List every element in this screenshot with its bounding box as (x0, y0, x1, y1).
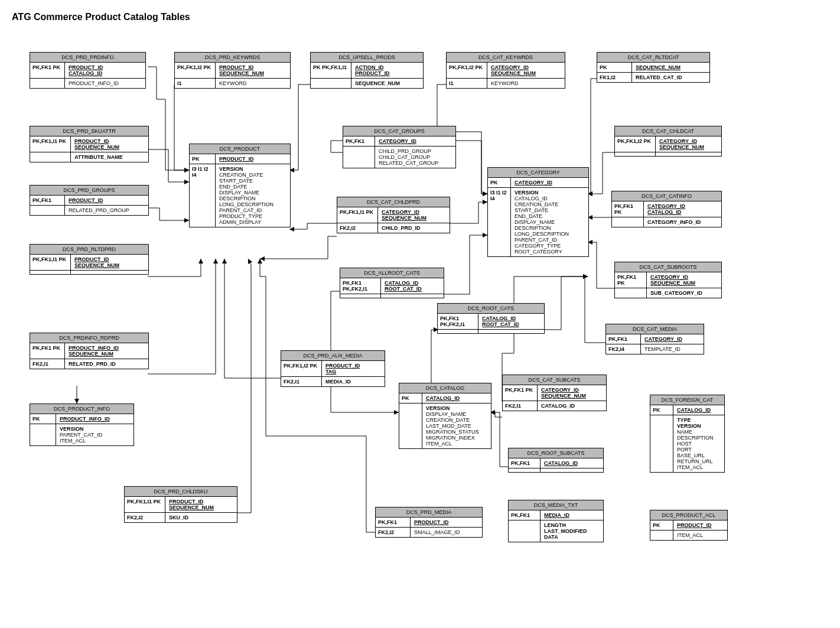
table-row: PKPRODUCT_INFO_ID (30, 414, 134, 424)
table-row: SUB_CATEGORY_ID (615, 288, 721, 298)
value-column: PRODUCT_INFO_ID SEQUENCE_NUM (65, 343, 148, 359)
key-column: PK,FK1,I1 PK (30, 136, 71, 152)
table-row: PK,FK1,I2 PKCATEGORY_ID SEQUENCE_NUM (615, 136, 721, 152)
value-column: CATEGORY_ID SEQUENCE_NUM (378, 207, 450, 223)
table-dcs_prd_skuattr: DCS_PRD_SKUATTRPK,FK1,I1 PKPRODUCT_ID SE… (30, 126, 149, 162)
table-header: DCS_PRDINFO_RDPRD (30, 333, 148, 343)
value-column: MEDIA_ID (322, 377, 385, 386)
table-row: PKPRODUCT_ID (190, 154, 290, 164)
table-dcs_prd_rltdprd: DCS_PRD_RLTDPRDPK,FK1,I1 PKPRODUCT_ID SE… (30, 244, 149, 275)
value-column: PRODUCT_ID (65, 196, 148, 205)
value-column: CATEGORY_ID SEQUENCE_NUM (647, 272, 721, 288)
table-header: DCS_CAT_MEDIA (606, 324, 704, 334)
key-column: FK2,I1 (503, 401, 538, 411)
table-header: DCS_CAT_RLTDCAT (597, 53, 709, 63)
table-row: I3 I1 I2 I4VERSION CATALOG_ID CREATION_D… (488, 188, 588, 256)
value-column: CATEGORY_ID SEQUENCE_NUM (538, 385, 606, 401)
table-dcs_prd_aux_media: DCS_PRD_AUX_MEDIAPK,FK1,I2 PKPRODUCT_ID … (281, 350, 385, 387)
key-column: PK,FK1 (343, 136, 375, 146)
key-column: PK,FK1,I2 PK (447, 63, 487, 78)
value-column: CHILD_PRD_ID (378, 223, 450, 233)
key-column: PK (488, 178, 511, 187)
key-column: FK2,I2 (337, 223, 378, 233)
value-column: ITEM_ACL (673, 531, 727, 540)
table-dcs_cat_chldprd: DCS_CAT_CHLDPRDPK,FK1,I1 PKCATEGORY_ID S… (337, 197, 450, 233)
key-column: I3 I1 I2 I4 (190, 164, 216, 227)
key-column (311, 79, 351, 88)
table-dcs_cat_keywrds: DCS_CAT_KEYWRDSPK,FK1,I2 PKCATEGORY_ID S… (446, 52, 565, 89)
table-header: DCS_PRODUCT (190, 144, 290, 154)
table-header: DCS_PRD_AUX_MEDIA (281, 351, 385, 361)
table-dcs_cat_chldcat: DCS_CAT_CHLDCATPK,FK1,I2 PKCATEGORY_ID S… (614, 126, 722, 157)
table-row: PK,FK1PRODUCT_ID (30, 196, 148, 206)
key-column: FK2,I1 (281, 377, 322, 386)
key-column: PK,FK1,I2 PK (175, 63, 216, 78)
table-dcs_cat_catinfo: DCS_CAT_CATINFOPK,FK1 PKCATEGORY_ID CATA… (611, 191, 722, 227)
table-dcs_category: DCS_CATEGORYPKCATEGORY_ID I3 I1 I2 I4VER… (487, 167, 589, 257)
table-row: PK,FK1CATEGORY_ID (606, 334, 704, 344)
table-row: PKSEQUENCE_NUM (597, 63, 709, 73)
table-row: FK2,I2SKU_ID (125, 513, 237, 522)
table-header: DCS_CAT_CHLDCAT (615, 126, 721, 136)
table-dcs_allroot_cats: DCS_ALLROOT_CATSPK,FK1 PK,FK2,I1CATALOG_… (340, 268, 444, 298)
table-dcs_product: DCS_PRODUCTPKPRODUCT_ID I3 I1 I2 I4VERSI… (189, 144, 291, 227)
key-column: PK,FK1 PK (30, 63, 65, 78)
key-column (30, 206, 65, 215)
value-column: CATEGORY_ID (641, 334, 704, 344)
table-row: FK2,I1CATALOG_ID (503, 401, 606, 411)
key-column: PK PK,FK1,I1 (311, 63, 351, 78)
key-column: I1 (175, 79, 216, 88)
table-row: PK,FK1,I2 PKPRODUCT_ID TAG (281, 361, 385, 377)
table-row: ITEM_ACL (650, 531, 727, 540)
table-dcs_root_subcats: DCS_ROOT_SUBCATSPK,FK1CATALOG_ID (508, 448, 604, 473)
table-header: DCS_PRD_PRDINFO (30, 53, 145, 63)
table-row: PK,FK1,I1 PKPRODUCT_ID SEQUENCE_NUM (125, 497, 237, 513)
value-column (656, 152, 721, 156)
value-column: RELATED_CAT_ID (632, 73, 709, 82)
table-row: PK,FK1,I1 PKPRODUCT_ID SEQUENCE_NUM (30, 136, 148, 152)
key-column (399, 404, 422, 448)
key-column: FK2,I2 (376, 528, 411, 537)
key-column: I1 (447, 79, 487, 88)
value-column: PRODUCT_ID SEQUENCE_NUM (216, 63, 290, 78)
value-column: PRODUCT_ID SEQUENCE_NUM (165, 497, 237, 512)
value-column: CATEGORY_ID (511, 178, 588, 187)
key-column: PK (30, 414, 56, 424)
table-row: RELATED_PRD_GROUP (30, 206, 148, 215)
table-row: PK,FK1,I1 PKPRODUCT_ID SEQUENCE_NUM (30, 255, 148, 271)
value-column: CATALOG_ID (422, 393, 491, 403)
table-row: FK2,I2CHILD_PRD_ID (337, 223, 450, 233)
value-column: VERSION CREATION_DATE START_DATE END_DAT… (216, 164, 290, 227)
key-column (30, 152, 71, 162)
table-dcs_prd_groups: DCS_PRD_GROUPSPK,FK1PRODUCT_IDRELATED_PR… (30, 185, 149, 216)
table-header: DCS_PRD_SKUATTR (30, 126, 148, 136)
value-column: PRODUCT_ID CATALOG_ID (65, 63, 145, 78)
table-header: DCS_ROOT_SUBCATS (509, 448, 603, 458)
table-row: FK2,I1MEDIA_ID (281, 377, 385, 386)
table-dcs_foreign_cat: DCS_FOREIGN_CATPKCATALOG_IDTYPE VERSION … (650, 395, 725, 473)
key-column (615, 152, 656, 156)
table-row: PK PK,FK1,I1ACTION_ID PRODUCT_ID (311, 63, 423, 79)
table-header: DCS_PRD_CHLDSKU (125, 487, 237, 497)
page-title: ATG Commerce Product Catalog Tables (12, 12, 828, 22)
value-column: PRODUCT_INFO_ID (65, 79, 145, 88)
table-row: FK2,I2SMALL_IMAGE_ID (376, 528, 482, 537)
key-column: PK,FK1,I2 PK (281, 361, 322, 376)
table-header: DCS_CAT_GROUPS (343, 126, 455, 136)
value-column (381, 294, 444, 298)
key-column: FK1,I2 (597, 73, 632, 82)
value-column: KEYWORD (487, 79, 565, 88)
key-column: I3 I1 I2 I4 (488, 188, 511, 256)
value-column: SEQUENCE_NUM (632, 63, 709, 72)
value-column: CATEGORY_ID SEQUENCE_NUM (656, 136, 721, 152)
key-column: PK,FK1 PK,FK2,I1 (438, 314, 478, 329)
table-header: DCS_MEDIA_TXT (509, 500, 603, 510)
key-column: PK,FK1 (509, 458, 541, 468)
table-row: PK,FK1CATEGORY_ID (343, 136, 455, 147)
value-column: KEYWORD (216, 79, 290, 88)
key-column: PK,FK1,I2 PK (615, 136, 656, 152)
table-header: DCS_PRD_GROUPS (30, 186, 148, 196)
key-column: PK,FK1 (30, 196, 65, 205)
table-row: PK,FK1,I2 PKCATEGORY_ID SEQUENCE_NUM (447, 63, 565, 79)
value-column: CATALOG_ID (538, 401, 606, 411)
